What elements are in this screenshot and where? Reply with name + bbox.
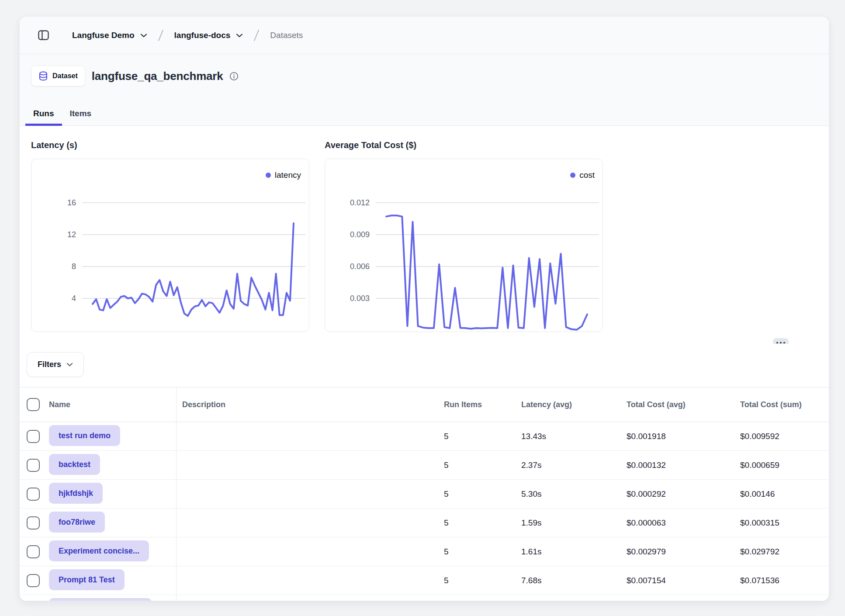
- project-switcher[interactable]: langfuse-docs: [174, 31, 243, 40]
- svg-text:0.009: 0.009: [350, 230, 370, 239]
- cell-latency-avg: 7.68s: [521, 576, 627, 585]
- column-header-run-items[interactable]: Run Items: [444, 400, 521, 409]
- table-row[interactable]: Experiment concise... 5 1.61s $0.002979 …: [20, 537, 829, 566]
- column-header-name[interactable]: Name: [49, 400, 176, 409]
- svg-text:0.012: 0.012: [350, 198, 370, 207]
- cell-run-items: 5: [444, 432, 521, 441]
- runs-table: Name Description Run Items Latency (avg)…: [20, 387, 829, 601]
- select-all-checkbox[interactable]: [27, 398, 40, 411]
- row-checkbox[interactable]: [27, 459, 40, 472]
- cell-total-cost-sum: $0.029792: [740, 547, 829, 557]
- tab-runs[interactable]: Runs: [25, 109, 62, 125]
- run-name-badge[interactable]: hjkfdshjk: [49, 483, 103, 504]
- svg-text:0.003: 0.003: [350, 294, 370, 303]
- svg-text:4: 4: [72, 294, 76, 303]
- cell-total-cost-sum: $0.000659: [740, 460, 829, 470]
- svg-text:0.006: 0.006: [350, 262, 370, 271]
- table-row[interactable]: test run demo 5 13.43s $0.001918 $0.0095…: [20, 422, 829, 451]
- tab-bar: Runs Items: [20, 104, 829, 126]
- cell-total-cost-avg: $0.000063: [627, 518, 740, 528]
- run-name-badge[interactable]: backtest: [49, 454, 100, 475]
- cell-latency-avg: 2.37s: [521, 460, 627, 470]
- breadcrumb-page[interactable]: Datasets: [270, 31, 303, 40]
- latency-chart-title: Latency (s): [31, 139, 309, 151]
- chevron-down-icon: [140, 33, 147, 38]
- cell-description: [176, 422, 444, 450]
- legend-dot-icon: [570, 173, 575, 178]
- row-checkbox[interactable]: [27, 574, 40, 587]
- table-row[interactable]: foo78riwe 5 1.59s $0.000063 $0.000315: [20, 509, 829, 537]
- dataset-badge: Dataset: [31, 66, 85, 87]
- cost-chart: 0.0120.0090.0060.003 cost: [325, 159, 603, 332]
- cell-total-cost-sum: $0.00146: [740, 489, 829, 499]
- svg-text:12: 12: [67, 230, 76, 239]
- cell-run-items: 5: [444, 576, 521, 585]
- column-header-total-cost-avg[interactable]: Total Cost (avg): [627, 400, 740, 409]
- cell-total-cost-avg: $0.000132: [627, 460, 740, 470]
- chevron-down-icon: [66, 363, 73, 367]
- project-name: langfuse-docs: [174, 31, 231, 40]
- cell-total-cost-avg: $0.000292: [627, 489, 740, 499]
- table-row[interactable]: [20, 595, 829, 601]
- cell-description: [176, 509, 444, 537]
- filters-label: Filters: [38, 360, 61, 369]
- latency-legend: latency: [266, 170, 301, 180]
- table-header-row: Name Description Run Items Latency (avg)…: [20, 388, 829, 422]
- dataset-title-row: Dataset langfuse_qa_benchmark: [20, 66, 829, 87]
- column-header-description[interactable]: Description: [176, 388, 444, 422]
- row-checkbox[interactable]: [27, 545, 40, 558]
- cell-description: [176, 451, 444, 479]
- run-name-badge[interactable]: Prompt 81 Test: [49, 569, 125, 590]
- breadcrumb-slash-icon: [157, 29, 165, 42]
- legend-label: cost: [579, 170, 595, 180]
- row-checkbox[interactable]: [27, 488, 40, 501]
- filters-button[interactable]: Filters: [27, 352, 84, 377]
- column-header-latency-avg[interactable]: Latency (avg): [521, 400, 627, 409]
- svg-text:16: 16: [67, 198, 76, 207]
- tab-items[interactable]: Items: [62, 109, 100, 125]
- latency-chart: 161284 latency: [31, 159, 309, 332]
- table-row[interactable]: Prompt 81 Test 5 7.68s $0.007154 $0.0715…: [20, 566, 829, 595]
- cell-latency-avg: 13.43s: [521, 432, 627, 441]
- table-row[interactable]: hjkfdshjk 5 5.30s $0.000292 $0.00146: [20, 480, 829, 509]
- cell-latency-avg: 5.30s: [521, 489, 627, 499]
- chevron-down-icon: [236, 33, 243, 38]
- cell-description: [176, 566, 444, 595]
- org-name: Langfuse Demo: [72, 31, 135, 40]
- cell-description: [176, 537, 444, 566]
- column-header-total-cost-sum[interactable]: Total Cost (sum): [740, 400, 829, 409]
- org-switcher[interactable]: Langfuse Demo: [72, 31, 147, 40]
- legend-dot-icon: [266, 173, 271, 178]
- cell-description: [176, 595, 444, 601]
- cell-total-cost-avg: $0.001918: [627, 432, 740, 441]
- charts-section: Latency (s) 161284 latency Average Total…: [20, 126, 829, 344]
- cell-total-cost-avg: $0.007154: [627, 576, 740, 585]
- cell-total-cost-sum: $0.071536: [740, 576, 829, 585]
- table-row[interactable]: backtest 5 2.37s $0.000132 $0.000659: [20, 451, 829, 480]
- cell-description: [176, 480, 444, 508]
- filters-section: Filters: [20, 344, 829, 387]
- cell-run-items: 5: [444, 460, 521, 470]
- cell-total-cost-sum: $0.009592: [740, 432, 829, 441]
- breadcrumb: Langfuse Demo langfuse-docs Datasets: [20, 17, 829, 54]
- info-icon[interactable]: [229, 72, 239, 81]
- sidebar-toggle-icon[interactable]: [35, 27, 52, 44]
- row-checkbox[interactable]: [27, 430, 40, 443]
- svg-text:8: 8: [72, 262, 76, 271]
- page-title: langfuse_qa_benchmark: [92, 69, 223, 83]
- cell-total-cost-avg: $0.002979: [627, 547, 740, 557]
- run-name-badge[interactable]: [49, 598, 152, 602]
- breadcrumb-slash-icon: [253, 29, 260, 42]
- cost-legend: cost: [570, 170, 595, 180]
- run-name-badge[interactable]: test run demo: [49, 425, 120, 446]
- cell-run-items: 5: [444, 518, 521, 528]
- row-checkbox[interactable]: [27, 516, 40, 529]
- database-icon: [38, 71, 48, 81]
- page-header: Langfuse Demo langfuse-docs Datasets: [20, 17, 829, 126]
- run-name-badge[interactable]: foo78riwe: [49, 512, 105, 533]
- main-panel: Langfuse Demo langfuse-docs Datasets: [19, 16, 829, 601]
- cell-total-cost-sum: $0.000315: [740, 518, 829, 528]
- dataset-badge-label: Dataset: [52, 72, 78, 80]
- run-name-badge[interactable]: Experiment concise...: [49, 540, 149, 561]
- cell-run-items: 5: [444, 489, 521, 499]
